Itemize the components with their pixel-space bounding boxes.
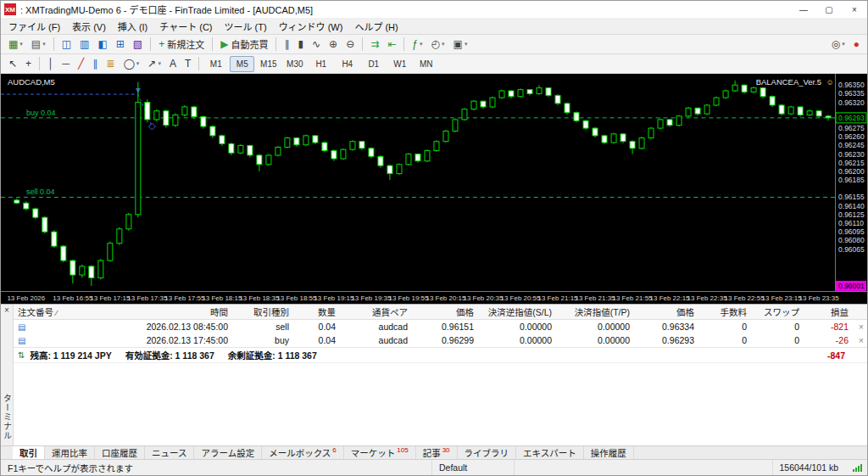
column-header-9[interactable]: 手数料 (698, 305, 751, 318)
position-row[interactable]: ▤2026.02.13 17:45:00buy0.04audcad0.96299… (14, 333, 867, 347)
new-order-button[interactable]: +新規注文 (155, 36, 208, 53)
position-row[interactable]: ▤2026.02.13 08:45:00sell0.04audcad0.9615… (14, 320, 867, 333)
data-window-button[interactable]: ▥ (76, 36, 92, 53)
time-tick: 13 Feb 17:55 (164, 294, 205, 302)
toolbox-button[interactable]: ⊞ (113, 36, 128, 53)
trendline-button[interactable]: ╱ (75, 55, 87, 72)
menu-tools[interactable]: ツール (T) (219, 19, 273, 34)
channel-button[interactable]: ∥ (89, 55, 101, 72)
tab-trade[interactable]: 取引 (13, 446, 45, 459)
tab-articles[interactable]: 記事30 (416, 446, 458, 459)
arrows-button[interactable]: ↗▾ (144, 55, 164, 72)
status-profile[interactable]: Default (432, 460, 515, 475)
profiles-button[interactable]: ▤▾ (28, 36, 49, 53)
tf-m15-button[interactable]: M15 (256, 56, 281, 72)
menu-charts[interactable]: チャート (C) (153, 19, 218, 34)
tf-w1-button[interactable]: W1 (387, 56, 412, 72)
price-tick: 0.96185 (838, 176, 865, 184)
menu-file[interactable]: ファイル (F) (3, 19, 66, 34)
chevron-down-icon: ▾ (158, 60, 161, 67)
connection-icon (845, 460, 867, 475)
close-button[interactable]: × (842, 1, 867, 18)
chart-shift-button[interactable]: ⇤ (384, 36, 399, 53)
tf-mn-button[interactable]: MN (414, 56, 438, 72)
close-position-button[interactable]: × (853, 322, 868, 332)
tf-d1-button[interactable]: D1 (361, 56, 386, 72)
cursor-button[interactable]: ↖ (5, 55, 20, 72)
menu-help[interactable]: ヘルプ (H) (348, 19, 403, 34)
tab-history[interactable]: 口座履歴 (95, 446, 145, 459)
periods-button-glyph: ◴ (431, 39, 440, 49)
search-icon[interactable]: ◎▾ (828, 36, 849, 53)
algo-trading-button[interactable]: ▶自動売買 (217, 36, 271, 53)
new-chart-button[interactable]: ▦▾ (5, 36, 26, 53)
zoom-in-button[interactable]: ⊕ (326, 36, 341, 53)
terminal-close-button[interactable]: × (4, 305, 9, 315)
tab-journal[interactable]: 操作履歴 (584, 446, 634, 459)
line-chart-button[interactable]: ∿ (309, 36, 324, 53)
zoom-out-button[interactable]: ⊖ (342, 36, 358, 53)
ea-smiley-icon: ☺ (826, 78, 833, 87)
text-button[interactable]: A (166, 55, 180, 72)
menu-insert[interactable]: 挿入 (I) (112, 19, 153, 34)
column-header-6[interactable]: 決済逆指値(S/L) (478, 305, 556, 318)
status-traffic: 156044/101 kb (773, 460, 845, 475)
chart-svg[interactable]: buy 0.04sell 0.040.963500.963350.963200.… (1, 74, 867, 304)
candles-chart-button[interactable]: ▮ (294, 36, 307, 53)
toolbar-separator (403, 37, 404, 51)
auto-scroll-button[interactable]: ⇉ (367, 36, 382, 53)
column-header-4[interactable]: 通貨ペア (340, 305, 412, 318)
column-header-10[interactable]: スワップ (751, 305, 804, 318)
navigator-button[interactable]: ◧ (94, 36, 110, 53)
tab-experts[interactable]: エキスパート (516, 446, 584, 459)
window-title: : XMTradingMU-Demo 6 - デモ口座 - FinTrade L… (20, 3, 791, 16)
templates-button[interactable]: ▣▾ (450, 36, 471, 53)
column-header-7[interactable]: 決済指値(T/P) (556, 305, 634, 318)
time-tick: 13 Feb 20:15 (426, 294, 466, 302)
community-icon[interactable]: ● (850, 36, 863, 53)
strategy-tester-button[interactable]: ▧ (130, 36, 146, 53)
shapes-button[interactable]: ◯▾ (120, 55, 142, 72)
titlebar: XM : XMTradingMU-Demo 6 - デモ口座 - FinTrad… (1, 1, 867, 18)
tf-m1-button[interactable]: M1 (203, 56, 228, 72)
column-header-0[interactable]: 注文番号∕ (14, 305, 124, 318)
column-header-8[interactable]: 価格 (634, 305, 698, 318)
periods-button[interactable]: ◴▾ (428, 36, 448, 53)
tab-exposure[interactable]: 運用比率 (45, 446, 95, 459)
crosshair-button[interactable]: + (22, 55, 35, 72)
column-header-5[interactable]: 価格 (412, 305, 478, 318)
column-header-1[interactable]: 時間 (124, 305, 232, 318)
time-tick: 13 Feb 17:15 (90, 294, 131, 302)
tab-news[interactable]: ニュース (145, 446, 194, 459)
menu-view[interactable]: 表示 (V) (66, 19, 112, 34)
indicators-button[interactable]: ƒ▾ (409, 36, 426, 53)
strategy-tester-button-glyph: ▧ (133, 39, 142, 49)
tab-market[interactable]: マーケット105 (344, 446, 416, 459)
chevron-down-icon: ▾ (465, 41, 468, 48)
tab-library[interactable]: ライブラリ (458, 446, 517, 459)
trade-level-label-0: buy 0.04 (26, 109, 55, 117)
column-header-2[interactable]: 取引種別 (232, 305, 293, 318)
column-header-3[interactable]: 数量 (293, 305, 340, 318)
tab-alerts[interactable]: アラーム設定 (194, 446, 262, 459)
toolbar-separator (275, 37, 276, 51)
label-button[interactable]: T (181, 55, 194, 72)
fibonacci-button[interactable]: ≣ (103, 55, 118, 72)
column-header-11[interactable]: 損益 (804, 305, 853, 318)
maximize-button[interactable]: ▢ (816, 1, 842, 18)
time-tick: 13 Feb 22:55 (725, 294, 765, 302)
bars-chart-button[interactable]: ∥ (281, 36, 292, 53)
chevron-down-icon: ▾ (420, 41, 423, 48)
minimize-button[interactable]: — (791, 1, 816, 18)
market-watch-button[interactable]: ◫ (58, 36, 75, 53)
menu-window[interactable]: ウィンドウ (W) (273, 19, 349, 34)
close-position-button[interactable]: × (853, 336, 868, 345)
tf-h1-button[interactable]: H1 (309, 56, 333, 72)
vertical-line-button[interactable]: │ (44, 55, 58, 72)
tf-h4-button[interactable]: H4 (335, 56, 359, 72)
horizontal-line-button[interactable]: ─ (59, 55, 74, 72)
tab-mailbox[interactable]: メールボックス6 (262, 446, 344, 459)
tf-m5-button[interactable]: M5 (230, 56, 254, 72)
cell-profit: -26 (804, 335, 853, 345)
tf-m30-button[interactable]: M30 (282, 56, 307, 72)
